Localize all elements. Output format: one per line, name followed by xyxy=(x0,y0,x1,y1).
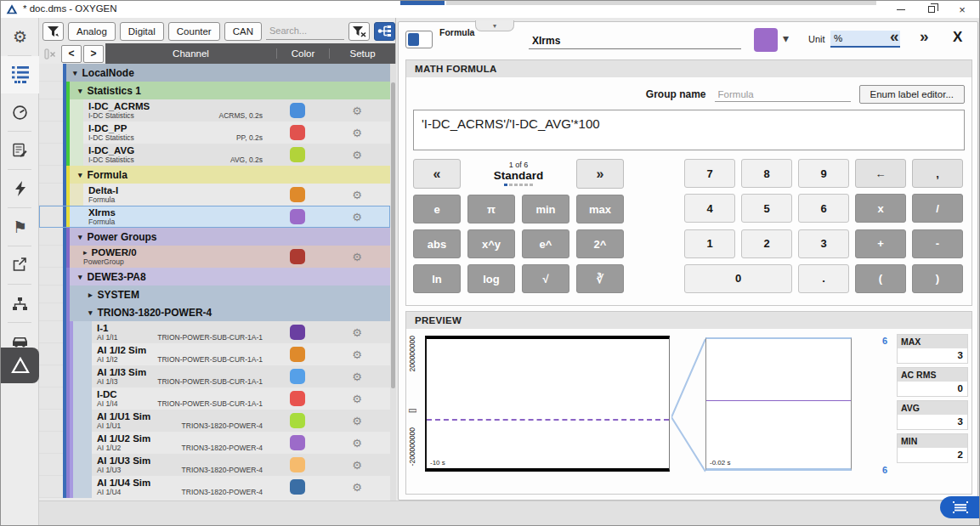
gear-icon[interactable]: ⚙ xyxy=(352,149,362,161)
key-[interactable]: ( xyxy=(855,264,906,293)
column-header-color[interactable]: Color xyxy=(276,48,329,59)
key-2[interactable]: 2 xyxy=(741,229,792,258)
channel-color-swatch[interactable] xyxy=(290,249,305,264)
fn-key-[interactable]: √ xyxy=(522,264,569,293)
channel-color-swatch[interactable] xyxy=(290,325,305,340)
gear-icon[interactable]: ⚙ xyxy=(352,437,362,450)
key-6[interactable]: 6 xyxy=(798,194,849,223)
tree-group-formula[interactable]: ▾Formula xyxy=(39,166,390,184)
fn-key-abs[interactable]: abs xyxy=(413,229,461,258)
key-4[interactable]: 4 xyxy=(684,194,735,223)
tree-group-trion3-1820-power-4[interactable]: ▾TRION3-1820-POWER-4 xyxy=(39,303,390,321)
channel-color-swatch[interactable] xyxy=(290,347,305,362)
fn-key-e[interactable]: e^ xyxy=(522,229,569,258)
key-8[interactable]: 8 xyxy=(741,159,792,188)
key-[interactable]: . xyxy=(798,264,849,293)
gear-icon[interactable]: ⚙ xyxy=(352,127,362,139)
key-5[interactable]: 5 xyxy=(741,194,792,223)
key-[interactable]: , xyxy=(912,159,963,188)
next-channel-button[interactable]: » xyxy=(920,27,929,46)
nav-item-channel-list[interactable] xyxy=(1,56,39,93)
nav-item-export[interactable] xyxy=(1,246,39,284)
tree-group-localnode[interactable]: ▾LocalNode xyxy=(39,64,390,82)
pad-previous-page-button[interactable]: « xyxy=(413,159,461,189)
column-header-channel[interactable]: Channel xyxy=(105,48,276,59)
close-panel-button[interactable]: X xyxy=(953,29,962,46)
fn-key-e[interactable]: e xyxy=(413,195,461,223)
channel-color-swatch[interactable] xyxy=(290,147,305,162)
channel-row-ai-1-u4-sim[interactable]: AI 1/U4 SimAI 1/U4TRION3-1820-POWER-4⚙ xyxy=(39,476,390,498)
nav-item-measurement[interactable] xyxy=(1,93,39,131)
channel-row-i-dc-pp[interactable]: I-DC_PPI-DC StatisticsPP, 0.2s⚙ xyxy=(39,122,390,144)
color-dropdown-chevron-icon[interactable]: ▾ xyxy=(783,31,789,45)
filter-button-can[interactable]: CAN xyxy=(224,22,262,41)
fn-key-[interactable]: π xyxy=(467,195,515,223)
fn-key-ln[interactable]: ln xyxy=(413,264,461,293)
gear-icon[interactable]: ⚙ xyxy=(352,326,362,339)
channel-row-i-dc[interactable]: I-DCAI 1/I4TRION-POWER-SUB-CUR-1A-1⚙ xyxy=(39,387,390,410)
channel-color-swatch[interactable] xyxy=(290,103,305,118)
gear-icon[interactable]: ⚙ xyxy=(352,348,362,361)
channel-row-i-dc-acrms[interactable]: I-DC_ACRMSI-DC StatisticsACRMS, 0.2s⚙ xyxy=(39,99,390,122)
channel-list-overlay-button[interactable] xyxy=(940,496,980,518)
formula-expression-input[interactable]: 'I-DC_ACRMS'/'I-DC_AVG'*100 xyxy=(413,110,965,150)
scrollbar-thumb[interactable] xyxy=(391,82,395,388)
previous-channel-button[interactable]: « xyxy=(890,27,899,46)
channel-row-ai-1-u2-sim[interactable]: AI 1/U2 SimAI 1/U2TRION3-1820-POWER-4⚙ xyxy=(39,432,390,454)
search-input[interactable] xyxy=(266,23,344,40)
nav-item-trigger[interactable] xyxy=(1,170,39,207)
fn-key-max[interactable]: max xyxy=(576,195,624,223)
channel-row-ai-1-i3-sim[interactable]: AI 1/I3 SimAI 1/I3TRION-POWER-SUB-CUR-1A… xyxy=(39,365,390,387)
collapse-arrow-icon[interactable]: ▾ xyxy=(78,233,82,241)
key-x[interactable]: x xyxy=(855,194,906,223)
pad-next-page-button[interactable]: » xyxy=(576,159,624,189)
key-[interactable]: + xyxy=(855,229,906,258)
channel-color-picker[interactable] xyxy=(754,28,778,52)
channel-color-swatch[interactable] xyxy=(290,391,305,406)
enum-label-editor-button[interactable]: Enum label editor... xyxy=(859,85,965,104)
fn-key-x-y[interactable]: x^y xyxy=(467,229,515,258)
nav-item-report[interactable] xyxy=(1,132,39,169)
key-[interactable]: ← xyxy=(855,159,906,188)
tree-view-toggle-button[interactable] xyxy=(374,22,395,41)
key-9[interactable]: 9 xyxy=(798,159,849,188)
channel-color-swatch[interactable] xyxy=(290,457,305,472)
collapse-arrow-icon[interactable]: ▾ xyxy=(88,308,93,317)
channel-color-swatch[interactable] xyxy=(290,369,305,384)
collapse-arrow-icon[interactable]: ▾ xyxy=(78,171,82,179)
key-1[interactable]: 1 xyxy=(684,229,735,258)
nav-item-dewetron[interactable] xyxy=(1,348,39,383)
channel-color-swatch[interactable] xyxy=(290,187,305,202)
channel-color-swatch[interactable] xyxy=(290,209,305,224)
key-[interactable]: - xyxy=(912,229,963,258)
nav-item-flag[interactable]: ⚑ xyxy=(1,208,39,246)
remove-column-button[interactable] xyxy=(41,45,59,63)
gear-icon[interactable]: ⚙ xyxy=(352,481,362,494)
collapse-arrow-icon[interactable]: ▾ xyxy=(73,69,77,77)
key-3[interactable]: 3 xyxy=(798,229,849,258)
key-7[interactable]: 7 xyxy=(684,159,735,188)
gear-icon[interactable]: ⚙ xyxy=(352,415,362,427)
gear-icon[interactable]: ⚙ xyxy=(352,189,362,201)
nav-item-settings[interactable]: ⚙ xyxy=(1,18,39,55)
expand-all-button[interactable]: > xyxy=(83,45,104,63)
tree-group-statistics-1[interactable]: ▾Statistics 1 xyxy=(39,82,390,99)
close-button[interactable]: × xyxy=(949,1,976,18)
restore-button[interactable] xyxy=(918,1,945,18)
key-[interactable]: / xyxy=(912,194,963,223)
key-[interactable]: ) xyxy=(912,264,963,293)
fn-key-min[interactable]: min xyxy=(522,195,569,223)
gear-icon[interactable]: ⚙ xyxy=(352,251,362,263)
collapse-all-button[interactable]: < xyxy=(61,45,82,63)
channel-row-ai-1-u1-sim[interactable]: AI 1/U1 SimAI 1/U1TRION3-1820-POWER-4⚙ xyxy=(39,410,390,432)
channel-row-power-0[interactable]: ▸POWER/0PowerGroup⚙ xyxy=(39,246,390,268)
channel-row-ai-1-u3-sim[interactable]: AI 1/U3 SimAI 1/U3TRION3-1820-POWER-4⚙ xyxy=(39,454,390,476)
gear-icon[interactable]: ⚙ xyxy=(352,370,362,383)
expand-arrow-icon[interactable]: ▸ xyxy=(83,248,88,257)
column-header-setup[interactable]: Setup xyxy=(329,48,395,59)
gear-icon[interactable]: ⚙ xyxy=(352,105,362,117)
clear-filter-button[interactable] xyxy=(348,22,370,41)
minimize-button[interactable] xyxy=(887,1,915,18)
channel-color-swatch[interactable] xyxy=(290,435,305,450)
channel-color-swatch[interactable] xyxy=(290,125,305,140)
